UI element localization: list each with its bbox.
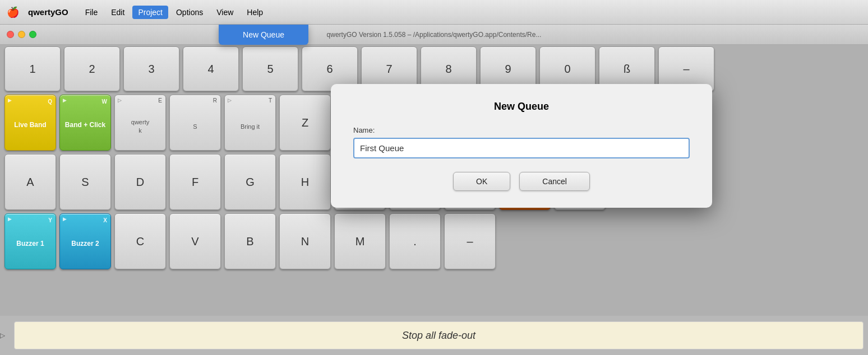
dialog-cancel-button[interactable]: Cancel	[519, 172, 590, 191]
key-t[interactable]: ▷ T Bring it	[224, 95, 276, 151]
new-queue-menu-item[interactable]: New Queue	[219, 25, 308, 45]
q-content: Live Band	[14, 121, 46, 130]
x-content: Buzzer 2	[71, 240, 99, 249]
e-label: E	[158, 97, 162, 104]
dialog-ok-button[interactable]: OK	[453, 172, 510, 191]
close-button[interactable]	[7, 31, 14, 38]
y-content: Buzzer 1	[16, 240, 44, 249]
w-content: Band + Click	[65, 121, 105, 130]
w-label: W	[102, 99, 107, 105]
window-controls	[7, 31, 36, 38]
q-label: Q	[48, 99, 52, 105]
key-a[interactable]: A	[4, 154, 56, 210]
app-name: qwertyGO	[28, 7, 68, 17]
new-queue-dialog: New Queue Name: OK Cancel	[331, 84, 712, 208]
key-c[interactable]: C	[114, 213, 166, 269]
apple-logo: 🍎	[7, 6, 19, 18]
key-5[interactable]: 5	[242, 46, 298, 91]
menu-view[interactable]: View	[211, 6, 239, 19]
play-icon-e: ▷	[118, 97, 122, 103]
dialog-title: New Queue	[353, 101, 690, 113]
x-label: X	[103, 217, 107, 223]
dialog-buttons: OK Cancel	[353, 172, 690, 191]
project-dropdown: New Queue	[219, 25, 308, 45]
menu-items: File Edit Project Options View Help	[80, 6, 269, 19]
key-e[interactable]: ▷ E qwertyk	[114, 95, 166, 151]
key-m[interactable]: M	[334, 213, 386, 269]
key-x[interactable]: ▶ X Buzzer 2	[59, 213, 111, 269]
menu-options[interactable]: Options	[170, 6, 209, 19]
play-icon-x: ▶	[63, 216, 67, 222]
key-minus[interactable]: –	[444, 213, 496, 269]
menubar: 🍎 qwertyGO File Edit Project Options Vie…	[0, 0, 868, 25]
stop-button-area[interactable]: Stop all fade-out	[14, 321, 864, 349]
t-label: T	[269, 97, 272, 104]
key-z[interactable]: Z	[279, 95, 331, 151]
titlebar: qwertyGO Version 1.5.058 – /Applications…	[0, 25, 868, 45]
key-n[interactable]: N	[279, 213, 331, 269]
play-icon-t: ▷	[228, 97, 232, 103]
key-w[interactable]: ▶ W Band + Click	[59, 95, 111, 151]
key-r[interactable]: R S	[169, 95, 221, 151]
menu-file[interactable]: File	[80, 6, 104, 19]
r-label: R	[213, 97, 217, 104]
key-1[interactable]: 1	[4, 46, 61, 91]
dialog-name-field: Name:	[353, 126, 690, 158]
key-g[interactable]: G	[224, 154, 276, 210]
key-d[interactable]: D	[114, 154, 166, 210]
key-2[interactable]: 2	[64, 46, 120, 91]
maximize-button[interactable]	[29, 31, 36, 38]
window-title: qwertyGO Version 1.5.058 – /Applications…	[327, 31, 542, 39]
key-f[interactable]: F	[169, 154, 221, 210]
play-icon-q: ▶	[8, 97, 12, 103]
key-q[interactable]: ▶ Q Live Band	[4, 95, 56, 151]
key-s[interactable]: S	[59, 154, 111, 210]
menu-project[interactable]: Project	[132, 6, 168, 19]
key-3[interactable]: 3	[123, 46, 179, 91]
menu-edit[interactable]: Edit	[105, 6, 130, 19]
dialog-name-input[interactable]	[353, 138, 690, 158]
key-b[interactable]: B	[224, 213, 276, 269]
key-4[interactable]: 4	[183, 46, 239, 91]
dialog-name-label: Name:	[353, 126, 690, 134]
play-icon-y: ▶	[8, 216, 12, 222]
stop-button-text: Stop all fade-out	[402, 330, 475, 342]
keyboard-row-y: ▶ Y Buzzer 1 ▶ X Buzzer 2 C V B N M . –	[0, 212, 868, 271]
stop-play-icon: ▷	[0, 331, 5, 339]
bottom-strip: ▷ Stop all fade-out	[0, 316, 868, 355]
t-content: Bring it	[241, 123, 260, 130]
play-icon-w: ▶	[63, 97, 67, 103]
key-y[interactable]: ▶ Y Buzzer 1	[4, 213, 56, 269]
key-v[interactable]: V	[169, 213, 221, 269]
minimize-button[interactable]	[18, 31, 25, 38]
y-label: Y	[48, 217, 52, 223]
r-content: S	[193, 123, 197, 130]
e-content: qwertyk	[131, 118, 149, 136]
key-h[interactable]: H	[279, 154, 331, 210]
menu-help[interactable]: Help	[241, 6, 269, 19]
key-period[interactable]: .	[389, 213, 441, 269]
